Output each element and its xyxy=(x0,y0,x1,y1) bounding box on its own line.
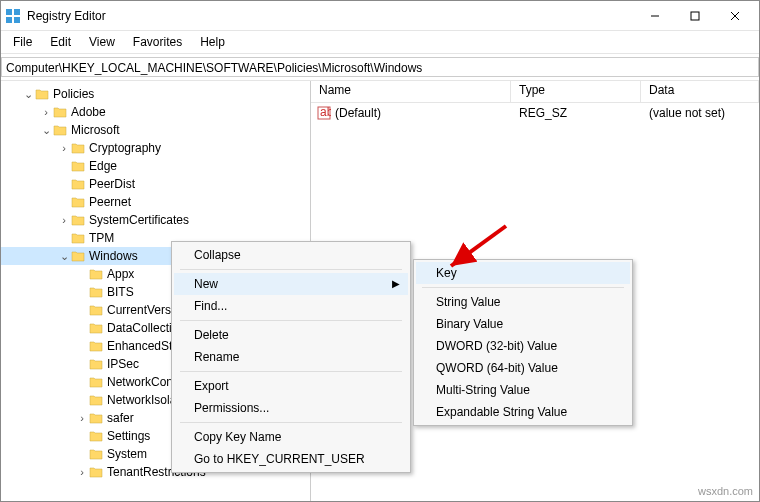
tree-edge[interactable]: Edge xyxy=(1,157,310,175)
menu-favorites[interactable]: Favorites xyxy=(125,33,190,51)
separator xyxy=(180,269,402,270)
svg-text:ab: ab xyxy=(320,106,331,119)
submenu-arrow-icon: ▶ xyxy=(392,278,400,289)
chevron-down-icon[interactable]: ⌄ xyxy=(21,88,35,101)
ctx-export[interactable]: Export xyxy=(174,375,408,397)
watermark: wsxdn.com xyxy=(698,485,753,497)
maximize-button[interactable] xyxy=(675,1,715,31)
ctx-collapse[interactable]: Collapse xyxy=(174,244,408,266)
separator xyxy=(180,371,402,372)
close-button[interactable] xyxy=(715,1,755,31)
col-name[interactable]: Name xyxy=(311,81,511,102)
svg-rect-0 xyxy=(6,9,12,15)
tree-peerdist[interactable]: PeerDist xyxy=(1,175,310,193)
tree-syscert[interactable]: ›SystemCertificates xyxy=(1,211,310,229)
value-row-default[interactable]: ab(Default) REG_SZ (value not set) xyxy=(311,103,759,123)
col-data[interactable]: Data xyxy=(641,81,759,102)
tree-microsoft[interactable]: ⌄Microsoft xyxy=(1,121,310,139)
tree-adobe[interactable]: ›Adobe xyxy=(1,103,310,121)
path-input[interactable]: Computer\HKEY_LOCAL_MACHINE\SOFTWARE\Pol… xyxy=(1,57,759,77)
chevron-right-icon[interactable]: › xyxy=(57,214,71,226)
menu-view[interactable]: View xyxy=(81,33,123,51)
ctx-goto-hkcu[interactable]: Go to HKEY_CURRENT_USER xyxy=(174,448,408,470)
chevron-right-icon[interactable]: › xyxy=(75,466,89,478)
ctx-new-string[interactable]: String Value xyxy=(416,291,630,313)
chevron-down-icon[interactable]: ⌄ xyxy=(39,124,53,137)
chevron-right-icon[interactable]: › xyxy=(75,412,89,424)
ctx-new[interactable]: New▶ xyxy=(174,273,408,295)
new-submenu: Key String Value Binary Value DWORD (32-… xyxy=(413,259,633,426)
ctx-copy-key-name[interactable]: Copy Key Name xyxy=(174,426,408,448)
separator xyxy=(422,287,624,288)
svg-rect-1 xyxy=(14,9,20,15)
chevron-right-icon[interactable]: › xyxy=(57,142,71,154)
window-title: Registry Editor xyxy=(27,9,635,23)
ctx-new-qword[interactable]: QWORD (64-bit) Value xyxy=(416,357,630,379)
tree-cryptography[interactable]: ›Cryptography xyxy=(1,139,310,157)
ctx-new-key[interactable]: Key xyxy=(416,262,630,284)
col-type[interactable]: Type xyxy=(511,81,641,102)
menu-edit[interactable]: Edit xyxy=(42,33,79,51)
separator xyxy=(180,422,402,423)
chevron-down-icon[interactable]: ⌄ xyxy=(57,250,71,263)
ctx-permissions[interactable]: Permissions... xyxy=(174,397,408,419)
address-bar: Computer\HKEY_LOCAL_MACHINE\SOFTWARE\Pol… xyxy=(1,53,759,81)
ctx-new-multistring[interactable]: Multi-String Value xyxy=(416,379,630,401)
separator xyxy=(180,320,402,321)
menubar: File Edit View Favorites Help xyxy=(1,31,759,53)
ctx-new-dword[interactable]: DWORD (32-bit) Value xyxy=(416,335,630,357)
svg-rect-2 xyxy=(6,17,12,23)
app-icon xyxy=(5,8,21,24)
ctx-new-expandstring[interactable]: Expandable String Value xyxy=(416,401,630,423)
ctx-find[interactable]: Find... xyxy=(174,295,408,317)
svg-rect-3 xyxy=(14,17,20,23)
ctx-delete[interactable]: Delete xyxy=(174,324,408,346)
titlebar: Registry Editor xyxy=(1,1,759,31)
minimize-button[interactable] xyxy=(635,1,675,31)
ctx-rename[interactable]: Rename xyxy=(174,346,408,368)
svg-rect-5 xyxy=(691,12,699,20)
context-menu: Collapse New▶ Find... Delete Rename Expo… xyxy=(171,241,411,473)
chevron-right-icon[interactable]: › xyxy=(39,106,53,118)
menu-file[interactable]: File xyxy=(5,33,40,51)
tree-peernet[interactable]: Peernet xyxy=(1,193,310,211)
tree-policies[interactable]: ⌄Policies xyxy=(1,85,310,103)
menu-help[interactable]: Help xyxy=(192,33,233,51)
ctx-new-binary[interactable]: Binary Value xyxy=(416,313,630,335)
string-value-icon: ab xyxy=(317,106,331,120)
list-header: Name Type Data xyxy=(311,81,759,103)
